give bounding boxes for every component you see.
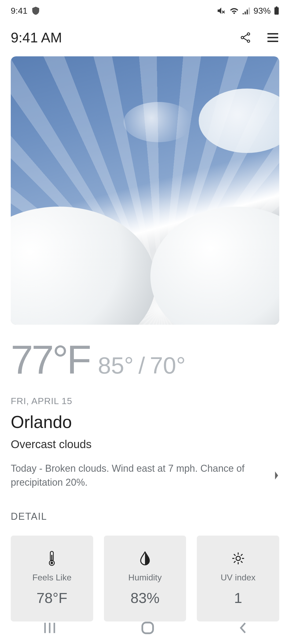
condition-text: Overcast clouds xyxy=(0,432,290,451)
svg-line-6 xyxy=(243,38,247,41)
forecast-text: Today - Broken clouds. Wind east at 7 mp… xyxy=(11,462,266,489)
status-battery: 93% xyxy=(253,6,271,16)
droplet-icon xyxy=(140,551,150,565)
card-value: 83% xyxy=(130,590,160,606)
svg-point-12 xyxy=(51,562,53,564)
chevron-right-icon xyxy=(274,471,279,480)
wifi-icon xyxy=(229,7,239,15)
svg-line-20 xyxy=(241,561,242,563)
recents-icon[interactable] xyxy=(42,621,58,635)
status-bar: 9:41 93% xyxy=(0,0,290,21)
svg-line-19 xyxy=(234,554,235,556)
system-nav-bar xyxy=(0,612,290,644)
svg-rect-1 xyxy=(276,6,277,8)
svg-point-2 xyxy=(247,33,250,35)
header-time: 9:41 AM xyxy=(11,30,62,46)
temperature-row: 77°F 85° / 70° xyxy=(0,325,290,380)
thermometer-icon xyxy=(48,551,56,566)
date-line: FRI, APRIL 15 xyxy=(0,380,290,406)
card-label: UV index xyxy=(221,573,256,583)
detail-heading: DETAIL xyxy=(0,489,290,522)
app-header: 9:41 AM xyxy=(0,21,290,56)
city-name: Orlando xyxy=(0,406,290,432)
svg-line-22 xyxy=(241,554,242,556)
current-temp: 77°F xyxy=(11,339,90,380)
svg-rect-0 xyxy=(274,7,279,14)
svg-point-4 xyxy=(247,40,250,42)
signal-icon xyxy=(242,7,250,15)
card-label: Humidity xyxy=(128,573,162,583)
home-icon[interactable] xyxy=(141,621,155,635)
card-value: 1 xyxy=(234,590,242,606)
svg-point-14 xyxy=(236,556,240,561)
card-label: Feels Like xyxy=(32,573,71,583)
battery-icon xyxy=(274,6,279,15)
shield-icon xyxy=(32,7,39,15)
back-icon[interactable] xyxy=(238,621,248,635)
svg-point-3 xyxy=(241,36,244,39)
detail-card-uv[interactable]: UV index 1 xyxy=(197,536,279,621)
detail-card-humidity[interactable]: Humidity 83% xyxy=(104,536,186,621)
high-temp: 85° xyxy=(98,352,133,379)
svg-line-21 xyxy=(234,561,235,563)
mute-icon xyxy=(216,6,226,16)
svg-rect-26 xyxy=(142,623,153,633)
detail-card-feels-like[interactable]: Feels Like 78°F xyxy=(11,536,93,621)
svg-line-5 xyxy=(243,35,247,37)
weather-image xyxy=(11,56,279,325)
temp-separator: / xyxy=(139,352,145,379)
share-icon[interactable] xyxy=(239,31,252,44)
card-value: 78°F xyxy=(37,590,67,606)
status-time: 9:41 xyxy=(11,6,27,16)
menu-icon[interactable] xyxy=(266,32,279,43)
sun-icon xyxy=(231,551,245,565)
detail-cards: Feels Like 78°F Humidity 83% UV index 1 xyxy=(0,522,290,621)
forecast-row[interactable]: Today - Broken clouds. Wind east at 7 mp… xyxy=(0,451,290,489)
low-temp: 70° xyxy=(150,352,186,379)
